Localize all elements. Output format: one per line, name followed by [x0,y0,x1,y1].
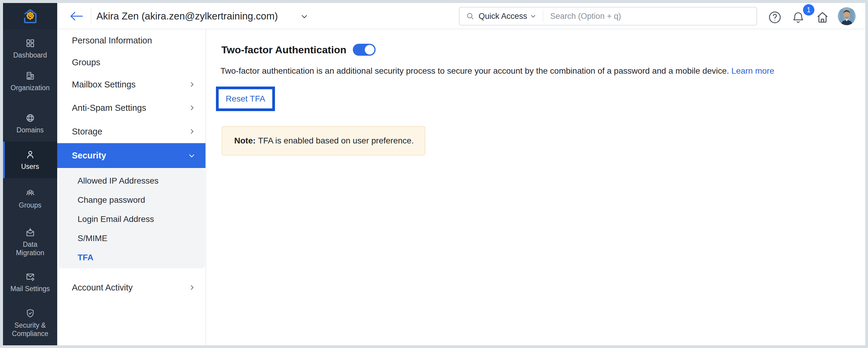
search-input[interactable] [550,12,756,21]
user-settings-panel: Personal Information Groups Mailbox Sett… [57,29,206,345]
sidebar-item-label: Dashboard [13,51,47,59]
sidebar-item-label: Groups [19,201,41,209]
submenu-item-tfa[interactable]: TFA [58,248,205,267]
user-context-title: Akira Zen (akira.zen@zylkertraining.com) [96,10,278,22]
sidebar-item-security-compliance[interactable]: Security & Compliance [3,308,57,338]
sidebar-item-label: Mail Settings [10,285,50,293]
sidebar-item-label: Domains [17,126,44,134]
admin-console-page: Dashboard Organization Domains Users [0,0,868,348]
reset-tfa-button[interactable]: Reset TFA [216,87,275,111]
zoho-mail-admin-logo-icon [21,7,40,26]
tfa-content: Two-factor Authentication Two-factor aut… [207,29,865,345]
submenu-item-smime[interactable]: S/MIME [58,229,205,248]
menu-item-personal-information[interactable]: Personal Information [57,29,206,52]
note-text: TFA is enabled based on user preference. [258,136,414,146]
home-icon [815,10,830,25]
security-compliance-icon [25,308,35,318]
quick-access-dropdown[interactable]: Quick Access [478,12,536,21]
bell-icon [791,10,805,24]
user-avatar[interactable] [838,7,856,25]
menu-item-anti-spam-settings[interactable]: Anti-Spam Settings [57,96,206,120]
tfa-toggle[interactable] [353,44,376,56]
sidebar-item-data-migration[interactable]: Data Migration [3,227,57,257]
back-button[interactable] [69,10,84,22]
submenu-item-login-email-address[interactable]: Login Email Address [58,210,205,229]
toggle-knob-icon [365,45,374,55]
notification-badge: 1 [803,4,814,15]
chevron-down-icon [188,152,195,159]
app-frame: Dashboard Organization Domains Users [3,3,865,345]
search-icon [466,12,474,20]
chevron-down-icon [530,13,536,19]
sidebar-item-label: Security & Compliance [9,321,51,338]
submenu-item-allowed-ip-addresses[interactable]: Allowed IP Addresses [58,171,205,190]
domains-icon [25,113,35,123]
sidebar-item-users[interactable]: Users [3,141,57,178]
tfa-description: Two-factor authentication is an addition… [220,66,774,76]
users-icon [25,150,35,160]
sidebar-item-label: Organization [10,84,50,92]
header: Akira Zen (akira.zen@zylkertraining.com)… [57,3,865,29]
header-divider [91,8,91,24]
help-icon [768,10,782,25]
sidebar-item-groups[interactable]: Groups [3,188,57,209]
sidebar-item-label: Data Migration [9,240,51,257]
chevron-right-icon [189,284,195,291]
search-divider [543,10,543,22]
menu-item-security[interactable]: Security [57,143,206,168]
reset-tfa-label: Reset TFA [226,94,266,104]
home-button[interactable] [815,9,830,25]
sidebar-item-organization[interactable]: Organization [3,71,57,92]
learn-more-link[interactable]: Learn more [732,66,774,75]
chevron-right-icon [189,128,195,135]
note-label: Note: [234,136,256,146]
chevron-right-icon [189,81,195,88]
app-logo[interactable] [3,3,57,29]
submenu-item-change-password[interactable]: Change password [58,190,205,210]
menu-item-groups[interactable]: Groups [57,52,206,73]
dashboard-icon [25,38,35,48]
sidebar-item-dashboard[interactable]: Dashboard [3,38,57,59]
tfa-note: Note: TFA is enabled based on user prefe… [222,126,425,155]
mail-settings-icon [25,272,35,282]
sidebar-item-domains[interactable]: Domains [3,113,57,134]
menu-item-account-activity[interactable]: Account Activity [57,269,206,306]
back-arrow-icon [69,10,84,22]
global-search: Quick Access [459,7,757,26]
sidebar-item-mail-settings[interactable]: Mail Settings [3,272,57,293]
help-button[interactable] [767,9,783,25]
menu-item-mailbox-settings[interactable]: Mailbox Settings [57,73,206,96]
data-migration-icon [25,227,35,238]
primary-sidebar: Dashboard Organization Domains Users [3,3,57,345]
sidebar-item-label: Users [21,162,39,171]
chevron-right-icon [189,104,195,111]
user-switcher-chevron-icon[interactable] [301,12,308,22]
security-submenu: Allowed IP Addresses Change password Log… [58,168,205,268]
groups-icon [25,188,35,198]
organization-icon [25,71,35,81]
menu-item-storage[interactable]: Storage [57,120,206,143]
tfa-page-title: Two-factor Authentication [221,44,346,56]
